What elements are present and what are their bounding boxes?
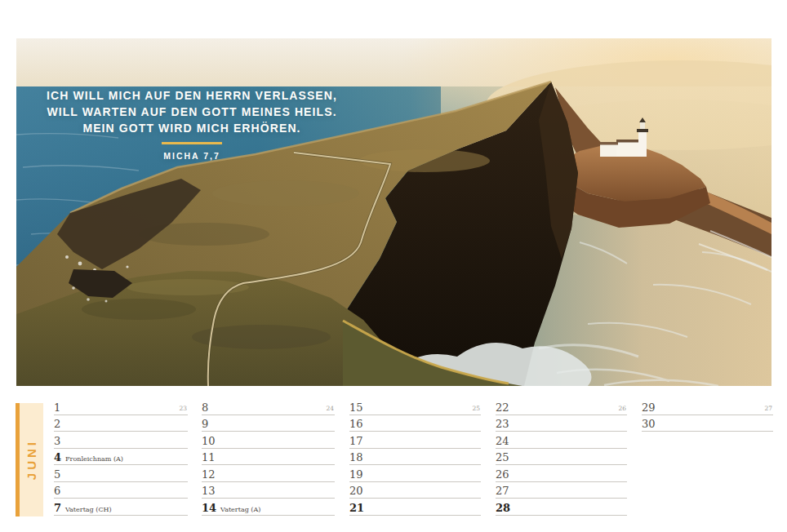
day-row: 23 — [496, 415, 627, 432]
day-row: 27 — [496, 482, 627, 499]
day-number: 30 — [642, 419, 656, 429]
day-row: 3 — [54, 432, 188, 449]
day-number: 22 — [496, 403, 509, 413]
bible-verse-overlay: ICH WILL MICH AUF DEN HERRN VERLASSEN, W… — [29, 87, 355, 161]
day-number: 29 — [642, 403, 656, 413]
day-row: 24 — [496, 432, 627, 449]
day-number: 19 — [349, 470, 363, 480]
day-row: 15 25 — [349, 398, 481, 415]
day-row: 16 — [349, 415, 481, 432]
day-row: 17 — [349, 432, 481, 449]
day-row-sunday: 28 — [496, 499, 627, 516]
calendar-column-2: 8 24 9 10 11 12 13 14 Vatertag (A) — [202, 398, 335, 516]
day-number: 10 — [202, 437, 216, 446]
day-row: 26 — [496, 465, 627, 482]
verse-reference: MICHA 7,7 — [29, 151, 355, 161]
verse-line-1: ICH WILL MICH AUF DEN HERRN VERLASSEN, — [29, 87, 355, 104]
day-number: 21 — [349, 503, 364, 513]
calendar-column-4: 22 26 23 24 25 26 27 28 — [496, 398, 627, 516]
day-number: 2 — [54, 419, 60, 429]
day-number: 28 — [496, 503, 510, 513]
week-number: 24 — [326, 405, 334, 412]
day-number: 13 — [202, 486, 216, 496]
day-number: 24 — [496, 437, 509, 446]
day-row: 6 — [54, 482, 188, 499]
day-number: 23 — [496, 419, 509, 429]
day-row: 5 — [54, 465, 188, 482]
day-row: 13 — [202, 482, 335, 499]
day-number: 1 — [54, 403, 60, 413]
day-number: 20 — [349, 486, 363, 496]
week-number: 27 — [764, 405, 772, 412]
calendar-grid: 1 23 2 3 4 Fronleichnam (A) 5 6 7 Vatert… — [0, 398, 787, 521]
day-row: 19 — [349, 465, 481, 482]
day-row: 9 — [202, 415, 335, 432]
day-number: 11 — [202, 453, 216, 463]
day-number: 5 — [54, 470, 60, 480]
day-number: 4 — [54, 453, 61, 463]
day-number: 14 — [202, 503, 216, 513]
holiday-label: Vatertag (A) — [220, 506, 260, 513]
day-row-holiday: 4 Fronleichnam (A) — [54, 449, 188, 466]
day-row: 10 — [202, 432, 335, 449]
week-number: 23 — [179, 405, 187, 412]
day-number: 17 — [349, 437, 363, 446]
week-number: 26 — [618, 405, 626, 412]
calendar-column-3: 15 25 16 17 18 19 20 21 — [349, 398, 481, 516]
day-number: 8 — [202, 403, 208, 413]
day-number: 25 — [496, 453, 509, 463]
day-row-holiday: 7 Vatertag (CH) — [54, 499, 188, 516]
verse-divider-rule — [162, 142, 222, 144]
day-number: 7 — [54, 503, 61, 513]
day-number: 27 — [496, 486, 509, 496]
calendar-column-1: 1 23 2 3 4 Fronleichnam (A) 5 6 7 Vatert… — [54, 398, 188, 516]
day-row: 1 23 — [54, 398, 188, 415]
holiday-label: Vatertag (CH) — [65, 506, 112, 513]
day-row-sunday: 21 — [349, 499, 481, 516]
day-number: 15 — [349, 403, 363, 413]
verse-line-3: MEIN GOTT WIRD MICH ERHÖREN. — [29, 120, 355, 136]
day-number: 18 — [349, 453, 363, 463]
calendar-photo: ICH WILL MICH AUF DEN HERRN VERLASSEN, W… — [16, 38, 771, 386]
day-row: 22 26 — [496, 398, 627, 415]
day-row: 12 — [202, 465, 335, 482]
day-row: 20 — [349, 482, 481, 499]
day-row: 25 — [496, 449, 627, 466]
day-row: 18 — [349, 449, 481, 466]
day-row: 29 27 — [642, 398, 773, 415]
day-number: 6 — [54, 486, 60, 496]
calendar-column-5: 29 27 30 — [642, 398, 773, 432]
day-number: 9 — [202, 419, 208, 429]
day-number: 12 — [202, 470, 216, 480]
day-row: 11 — [202, 449, 335, 466]
day-row: 8 24 — [202, 398, 335, 415]
holiday-label: Fronleichnam (A) — [65, 455, 123, 463]
week-number: 25 — [472, 405, 480, 412]
day-number: 3 — [54, 437, 60, 446]
day-number: 26 — [496, 470, 509, 480]
day-row: 30 — [642, 415, 773, 432]
day-row-holiday: 14 Vatertag (A) — [202, 499, 335, 516]
verse-line-2: WILL WARTEN AUF DEN GOTT MEINES HEILS. — [29, 104, 355, 120]
day-number: 16 — [349, 419, 363, 429]
day-row: 2 — [54, 415, 188, 432]
